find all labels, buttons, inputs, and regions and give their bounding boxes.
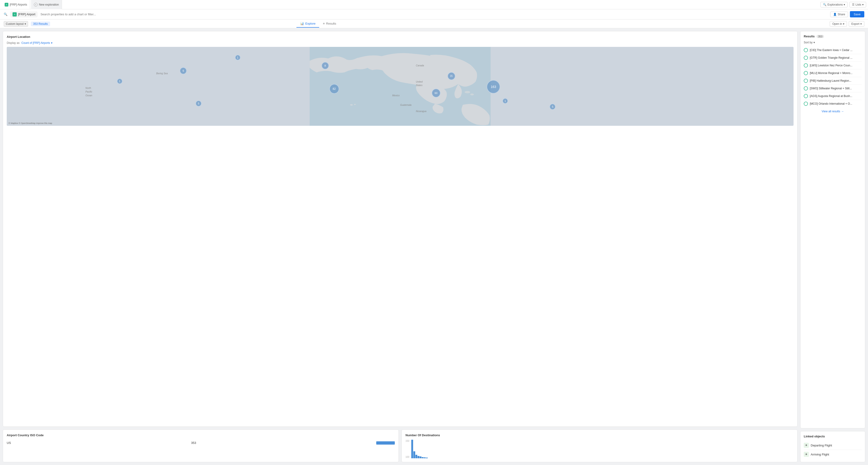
list-icon: ≡ [323,22,325,25]
result-item-4[interactable]: [MLU] Monroe Regional + Monro... [804,69,862,77]
save-button[interactable]: Save [850,11,864,18]
chart-bar-3 [415,455,417,458]
toolbar: Custom layout ▾ 353 Results 📊 Explore ≡ … [0,20,868,28]
result-item-5[interactable]: [PIB] Hattiesburg-Laurel Region... [804,77,862,85]
result-item-8[interactable]: [MCO] Orlando International + O... [804,100,862,107]
result-item-3[interactable]: [LWS] Lewiston Nez Perce Coun... [804,62,862,69]
result-icon [804,94,808,98]
bottom-row: Airport Country ISO Code US 353 Number O… [3,430,798,462]
iso-card: Airport Country ISO Code US 353 [3,430,399,462]
layout-button[interactable]: Custom layout ▾ [4,21,28,27]
result-label: [CID] The Eastern Iowa + Cedar ... [810,49,852,52]
result-icon [804,79,808,83]
iso-count: 353 [191,441,196,444]
map-bubble-8[interactable]: 8 [321,62,329,69]
right-panel: Results 353 Sort by ▾ [CID] The Eastern … [800,31,865,462]
chart-bar-7 [424,457,426,458]
flight-icon: ✈ [804,452,809,457]
search-icon: 🔍 [823,3,827,6]
map-label-bering: Bering Sea [156,72,167,75]
chart-bar-2 [413,451,415,458]
svg-point-1 [465,91,470,93]
export-button[interactable]: Export ▾ [849,21,864,27]
linked-title: Linked objects [804,435,862,438]
result-item-7[interactable]: [AGS] Augusta Regional at Bush... [804,92,862,100]
linked-item-label: Departing Flight [811,444,832,447]
chart-bar-5 [420,457,422,458]
map-bubble-60[interactable]: 60 [432,89,440,97]
chart-bars [411,440,428,458]
linked-item-departing[interactable]: ✈ Departing Flight [804,441,862,450]
chevron-down-icon: ▾ [813,41,815,44]
arrow-right-icon: → [841,110,844,113]
explorations-button[interactable]: 🔍 Explorations ▾ [820,2,847,7]
main-content: Airport Location Display as Count of [FR… [0,28,868,465]
svg-point-3 [350,104,353,105]
results-list: [CID] The Eastern Iowa + Cedar ... [GTR]… [804,46,862,107]
display-select[interactable]: Count of [FRP] Airports ▾ [21,41,52,44]
map-container[interactable]: Bering Sea NorthPacificOcean Canada Unit… [7,47,794,126]
map-label-mexico: Mexico [392,94,400,97]
result-icon [804,48,808,52]
linked-item-label: Arriving Flight [811,453,829,456]
top-bar: A [FRP] Airports + New exploration 🔍 Exp… [0,0,868,9]
linked-item-arriving[interactable]: ✈ Arriving Flight [804,450,862,459]
map-label-canada: Canada [416,64,424,67]
chevron-down-icon: ▾ [844,3,845,6]
toolbar-right: Open in ▾ Export ▾ [830,21,864,27]
tab-explore[interactable]: 📊 Explore [297,20,319,28]
map-label-nicaragua: Nicaragua [416,110,427,113]
tab-new-exploration[interactable]: + New exploration [31,0,62,9]
top-bar-right: 🔍 Explorations ▾ ☰ Lists ▾ [820,2,866,7]
destinations-title: Number Of Destinations [405,433,794,437]
results-count: 353 [816,35,824,38]
iso-bar [376,441,395,444]
results-badge[interactable]: 353 Results [31,22,50,26]
open-in-button[interactable]: Open in ▾ [830,21,847,27]
map-attribution: © Mapbox © OpenStreetMap Improve this ma… [8,122,52,124]
search-icon: 🔍 [4,12,7,16]
search-input[interactable] [40,12,828,16]
map-bubble-163[interactable]: 163 [487,80,500,94]
iso-code: US [7,441,11,444]
map-card: Airport Location Display as Count of [FR… [3,31,798,427]
sort-row[interactable]: Sort by ▾ [804,41,862,44]
result-label: [MCO] Orlando International + O... [810,102,852,105]
map-svg [7,47,794,126]
map-bubble-1c[interactable]: 1 [502,98,508,104]
result-item-1[interactable]: [CID] The Eastern Iowa + Cedar ... [804,46,862,54]
map-bubble-82[interactable]: 82 [330,84,339,94]
result-label: [MLU] Monroe Regional + Monro... [810,71,852,75]
result-icon [804,63,808,67]
iso-row-us: US 353 [7,440,395,446]
left-panel: Airport Location Display as Count of [FR… [3,31,798,462]
share-button[interactable]: 👤 Share [830,11,848,17]
tab-new-exploration-label: New exploration [39,3,59,6]
chart-bar-6 [422,457,424,458]
map-bubble-1a[interactable]: 1 [235,55,241,60]
tab-airports[interactable]: A [FRP] Airports [2,0,30,9]
result-item-6[interactable]: [SWO] Stillwater Regional + Still... [804,85,862,92]
object-pill[interactable]: A [FRP] Airport [10,11,38,18]
tab-airports-label: [FRP] Airports [10,3,27,6]
share-icon: 👤 [833,13,837,16]
result-icon [804,56,808,60]
display-as-row: Display as Count of [FRP] Airports ▾ [7,41,794,44]
result-item-2[interactable]: [GTR] Golden Triangle Regional ... [804,54,862,62]
airports-icon: A [5,3,8,6]
tab-results[interactable]: ≡ Results [319,20,340,28]
results-header: Results 353 [804,35,862,38]
map-label-pacific: NorthPacificOcean [85,86,92,97]
chart-bar-8 [426,458,428,458]
result-label: [PIB] Hattiesburg-Laurel Region... [810,79,851,82]
view-all-results[interactable]: View all results → [804,107,862,114]
map-bubble-15[interactable]: 15 [447,72,455,80]
map-bubble-1b[interactable]: 1 [117,79,122,84]
linked-panel: Linked objects ✈ Departing Flight ✈ Arri… [800,431,865,462]
lists-button[interactable]: ☰ Lists ▾ [849,2,866,7]
svg-point-4 [354,104,356,105]
object-label: [FRP] Airport [18,12,35,16]
object-icon: A [12,12,17,17]
result-label: [LWS] Lewiston Nez Perce Coun... [810,64,852,67]
chevron-down-icon: ▾ [51,41,53,44]
